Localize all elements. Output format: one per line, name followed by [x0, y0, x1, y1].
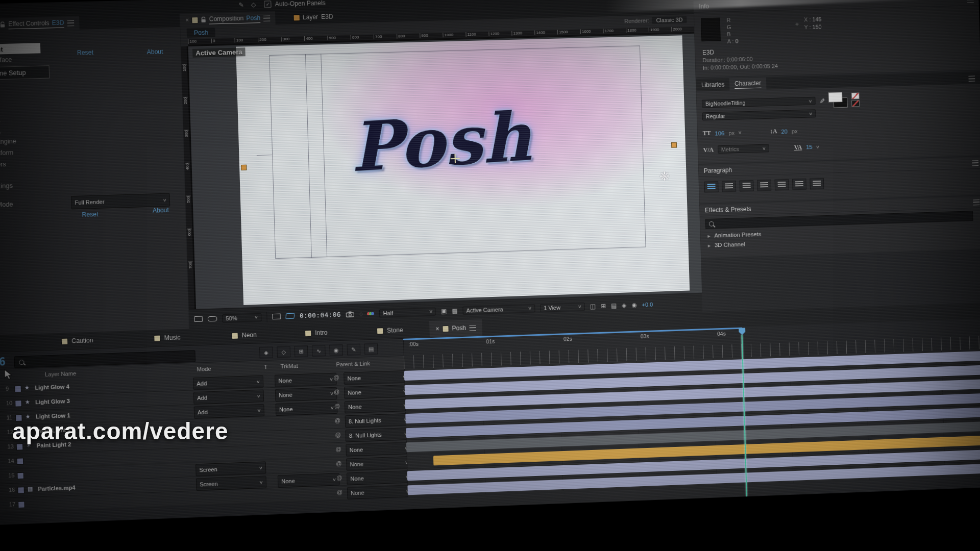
- panel-menu-icon[interactable]: [470, 325, 476, 331]
- timeline-current-time[interactable]: 06: [0, 356, 6, 368]
- reset-link[interactable]: Reset: [77, 49, 93, 57]
- row-group-4[interactable]: 4: [0, 117, 1, 124]
- panel-menu-icon[interactable]: [67, 20, 75, 26]
- shutter-icon[interactable]: ◉: [631, 301, 637, 308]
- align-center-button[interactable]: [722, 181, 736, 192]
- justify-last-right-button[interactable]: [792, 179, 806, 190]
- tab-libraries[interactable]: Libraries: [696, 78, 730, 91]
- graph-editor-icon[interactable]: ▤: [364, 343, 378, 355]
- pick-whip-icon[interactable]: @: [335, 446, 341, 452]
- blend-mode-dropdown[interactable]: Add∨: [193, 390, 264, 405]
- parent-link-dropdown[interactable]: 8. Null Lights∨: [345, 413, 411, 428]
- trkmat-dropdown[interactable]: None∨: [276, 402, 338, 416]
- layer-color-swatch[interactable]: [15, 400, 21, 407]
- row-custom-layers[interactable]: Layers: [0, 161, 6, 168]
- tab-timeline-music[interactable]: Music: [154, 329, 181, 346]
- panel-menu-icon[interactable]: [263, 15, 270, 21]
- layer-color-swatch[interactable]: [18, 502, 24, 508]
- snapshot-camera-icon[interactable]: [346, 311, 354, 317]
- blend-mode-dropdown[interactable]: Screen∨: [195, 461, 266, 476]
- pick-whip-icon[interactable]: @: [335, 432, 341, 438]
- pixel-aspect-icon[interactable]: ◫: [590, 303, 596, 310]
- tab-timeline-intro[interactable]: Intro: [305, 324, 328, 342]
- parent-link-dropdown[interactable]: None∨: [347, 485, 413, 499]
- pick-whip-icon[interactable]: @: [333, 374, 339, 380]
- row-settings[interactable]: Settings: [0, 182, 13, 190]
- composition-canvas[interactable]: Posh: [236, 35, 690, 305]
- font-size-value[interactable]: 106: [715, 130, 724, 136]
- tab-timeline-stone[interactable]: Stone: [377, 322, 404, 339]
- show-channels-icon[interactable]: [368, 312, 374, 315]
- composition-viewport[interactable]: Active Camera Posh: [188, 34, 702, 310]
- marquee-icon[interactable]: [285, 313, 295, 319]
- selected-effect-element[interactable]: ement: [0, 43, 40, 55]
- renderer-control[interactable]: Renderer: Classic 3D: [624, 16, 687, 24]
- tab-layer-e3d[interactable]: Layer E3D: [288, 10, 338, 24]
- draft-3d-icon[interactable]: ◇: [277, 346, 290, 358]
- always-preview-icon[interactable]: [194, 316, 203, 322]
- frame-blend-icon[interactable]: ∿: [312, 345, 326, 357]
- tab-timeline-neon[interactable]: Neon: [232, 327, 257, 344]
- leading-value[interactable]: 20: [781, 128, 788, 134]
- blend-mode-dropdown[interactable]: Add∨: [194, 404, 264, 419]
- close-icon[interactable]: ×: [185, 16, 189, 23]
- panel-menu-icon[interactable]: [967, 0, 974, 3]
- tracking-value[interactable]: 15: [806, 144, 813, 150]
- align-right-button[interactable]: [740, 180, 754, 192]
- about-link-bottom[interactable]: About: [153, 207, 169, 214]
- justify-all-button[interactable]: [810, 178, 824, 190]
- playhead-marker[interactable]: [739, 328, 745, 335]
- layer-name[interactable]: Light Glow 4: [35, 383, 69, 390]
- auto-open-panels-checkbox[interactable]: ✓ Auto-Open Panels: [264, 0, 326, 8]
- exposure-value[interactable]: +0.0: [642, 301, 653, 308]
- parent-link-dropdown[interactable]: 8. Null Lights∨: [345, 428, 411, 442]
- motion-blur-icon[interactable]: ◉: [329, 344, 343, 356]
- column-parent-link[interactable]: Parent & Link: [336, 360, 370, 367]
- layer-color-swatch[interactable]: [17, 473, 23, 479]
- chevron-down-icon[interactable]: ∨: [816, 144, 820, 149]
- anchor-gizmo[interactable]: [450, 154, 460, 164]
- scene-setup-button[interactable]: Scene Setup: [0, 65, 50, 80]
- resolution-dropdown[interactable]: Half ∨: [379, 307, 436, 317]
- transparency-grid-icon[interactable]: ▩: [452, 307, 458, 314]
- mini-flowchart-icon[interactable]: ◈: [259, 346, 273, 358]
- checkbox-icon[interactable]: ✓: [264, 1, 272, 8]
- font-family-dropdown[interactable]: BigNoodleTitling ∨: [702, 97, 816, 108]
- fast-previews-icon[interactable]: ▣: [441, 307, 447, 314]
- tab-character[interactable]: Character: [729, 78, 766, 91]
- row-interface[interactable]: e Interface: [0, 56, 12, 64]
- fill-color-swatch[interactable]: [829, 92, 842, 102]
- row-render-mode[interactable]: der Mode: [0, 201, 13, 209]
- close-icon[interactable]: ×: [435, 325, 439, 332]
- exposure-reset-icon[interactable]: ⊞: [601, 302, 606, 309]
- tab-timeline-caution[interactable]: Caution: [61, 332, 93, 349]
- row-world-transform[interactable]: Transform: [0, 149, 14, 157]
- parent-link-dropdown[interactable]: None∨: [347, 470, 412, 485]
- histogram-icon[interactable]: ▤: [611, 302, 617, 309]
- pick-whip-icon[interactable]: @: [334, 388, 340, 394]
- parent-link-dropdown[interactable]: None∨: [346, 456, 412, 471]
- layer-color-swatch[interactable]: [15, 386, 21, 392]
- layer-name[interactable]: Particles.mp4: [38, 484, 76, 492]
- eyedropper-icon[interactable]: ✎: [818, 98, 826, 104]
- camera-view-dropdown[interactable]: Active Camera ∨: [462, 304, 535, 315]
- panel-menu-icon[interactable]: [968, 76, 975, 82]
- column-t[interactable]: T: [264, 364, 267, 370]
- renderer-value[interactable]: Classic 3D: [652, 16, 687, 24]
- blend-mode-dropdown[interactable]: Screen∨: [196, 476, 266, 491]
- justify-last-left-button[interactable]: [757, 180, 771, 191]
- column-mode[interactable]: Mode: [197, 366, 211, 372]
- eraser-icon[interactable]: ✎: [347, 344, 360, 356]
- pick-whip-icon[interactable]: @: [335, 417, 341, 423]
- no-stroke-swatch[interactable]: [852, 101, 859, 106]
- pick-whip-icon[interactable]: @: [334, 403, 340, 409]
- layer-color-swatch[interactable]: [18, 487, 24, 493]
- row-animation-engine[interactable]: tion Engine: [0, 138, 16, 146]
- vr-view-icon[interactable]: [208, 316, 217, 321]
- tab-timeline-posh[interactable]: × Posh: [429, 319, 482, 337]
- layer-handle-right[interactable]: [672, 143, 676, 147]
- parent-link-dropdown[interactable]: None∨: [345, 399, 410, 414]
- column-layer-name[interactable]: Layer Name: [45, 370, 77, 378]
- pick-whip-icon[interactable]: @: [336, 474, 342, 481]
- panel-menu-icon[interactable]: [972, 160, 978, 166]
